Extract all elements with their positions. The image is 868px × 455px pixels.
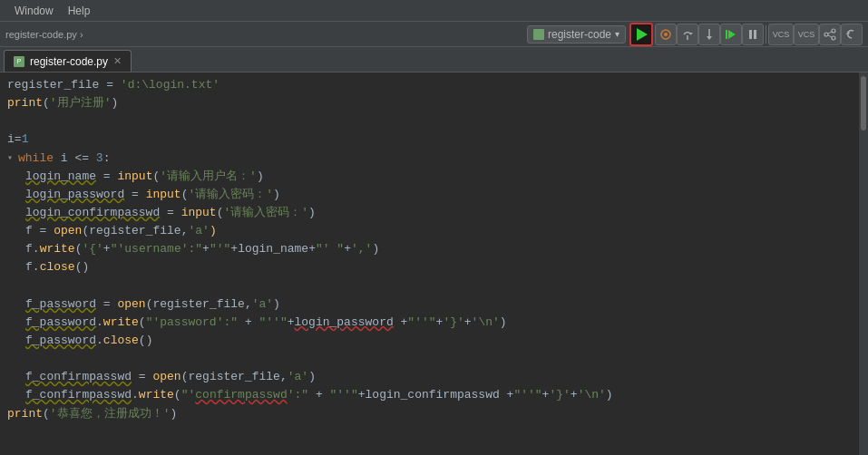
svg-point-12 <box>832 36 835 40</box>
svg-point-10 <box>832 29 835 33</box>
undo-icon <box>845 28 858 41</box>
code-line-3 <box>7 112 859 131</box>
tab-close-button[interactable]: ✕ <box>113 55 122 67</box>
pause-icon <box>746 28 759 41</box>
share-button[interactable] <box>819 24 841 45</box>
vcs-commit-button[interactable]: VCS <box>794 24 819 45</box>
code-line-15: f_password.close() <box>7 332 859 350</box>
undo-button[interactable] <box>841 24 863 45</box>
menu-bar: Window Help <box>0 0 868 22</box>
pause-button[interactable] <box>742 24 764 45</box>
share-icon <box>824 28 836 41</box>
tab-label: register-code.py <box>30 55 108 68</box>
sep1 <box>766 25 766 44</box>
code-line-17: f_confirmpasswd = open(register_file,'a'… <box>7 368 859 386</box>
code-line-4: i=1 <box>7 131 859 149</box>
svg-point-11 <box>824 33 828 36</box>
code-line-6: login_name = input('请输入用户名：') <box>7 168 859 186</box>
file-tab-register-code[interactable]: P register-code.py ✕ <box>4 50 132 72</box>
code-line-11: f.close() <box>7 258 859 276</box>
svg-marker-5 <box>707 36 712 40</box>
svg-line-14 <box>828 35 832 37</box>
run-config-label: register-code <box>548 28 611 41</box>
fold-icon[interactable]: ▾ <box>7 151 16 166</box>
code-line-13: f_password = open(register_file,'a') <box>7 295 859 314</box>
vcs-commit-label: VCS <box>798 30 815 39</box>
code-line-2: print('用户注册') <box>7 94 859 112</box>
code-line-1: register_file = 'd:\login.txt' <box>7 76 859 94</box>
breadcrumb: register-code.py › <box>5 29 527 40</box>
menu-help[interactable]: Help <box>61 3 98 19</box>
code-line-8: login_confirmpasswd = input('请输入密码：') <box>7 204 859 222</box>
code-line-19: print('恭喜您，注册成功！') <box>7 405 859 423</box>
code-token: print <box>7 94 43 112</box>
run-config-dropdown[interactable]: register-code ▾ <box>527 25 626 44</box>
scrollbar-thumb[interactable] <box>861 76 866 131</box>
run-button[interactable] <box>629 23 653 46</box>
step-into-icon <box>703 28 716 41</box>
play-icon <box>637 28 648 41</box>
code-line-14: f_password.write("'password':" + "''"+lo… <box>7 314 859 332</box>
svg-line-13 <box>828 32 832 34</box>
file-tabs-bar: P register-code.py ✕ <box>0 47 868 73</box>
code-line-10: f.write('{'+"'username':"+"'"+login_name… <box>7 240 859 258</box>
dropdown-arrow-icon: ▾ <box>615 29 619 39</box>
code-line-5: ▾while i <= 3: <box>7 150 859 168</box>
debug-icon <box>659 28 672 41</box>
svg-rect-9 <box>754 30 756 39</box>
editor-container: register_file = 'd:\login.txt' print('用户… <box>0 73 868 455</box>
scrollbar-vertical[interactable] <box>859 73 868 455</box>
code-area[interactable]: register_file = 'd:\login.txt' print('用户… <box>0 73 859 427</box>
vcs-update-button[interactable]: VCS <box>768 24 794 45</box>
code-line-7: login_password = input('请输入密码：') <box>7 186 859 204</box>
code-line-16 <box>7 350 859 368</box>
vcs-update-label: VCS <box>773 30 790 39</box>
editor-main: register_file = 'd:\login.txt' print('用户… <box>0 73 859 455</box>
svg-rect-8 <box>749 30 752 39</box>
debug-button[interactable] <box>655 24 677 45</box>
resume-icon <box>725 28 737 41</box>
code-token: register_file <box>7 76 106 94</box>
file-icon <box>533 29 544 40</box>
code-line-18: f_confirmpasswd.write("'confirmpasswd':"… <box>7 386 859 404</box>
top-bar: register-code.py › register-code ▾ <box>0 22 868 47</box>
step-into-button[interactable] <box>698 24 720 45</box>
menu-window[interactable]: Window <box>7 3 61 19</box>
resume-button[interactable] <box>720 24 742 45</box>
svg-marker-6 <box>728 30 736 39</box>
code-line-12 <box>7 277 859 295</box>
svg-point-1 <box>664 33 668 36</box>
step-over-icon <box>681 28 694 41</box>
code-line-9: f = open(register_file,'a') <box>7 222 859 240</box>
step-over-button[interactable] <box>677 24 698 45</box>
py-file-icon: P <box>14 56 24 67</box>
